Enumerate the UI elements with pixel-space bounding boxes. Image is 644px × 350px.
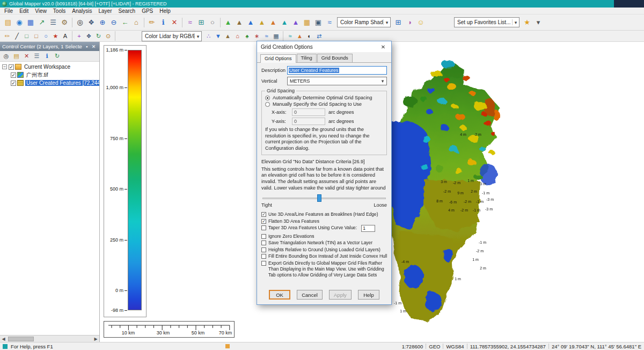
rotate-feature-icon[interactable]: ↻ <box>94 32 103 41</box>
checkbox-heights-relative-to-ground[interactable]: Heights Relative to Ground (Using Loaded… <box>261 247 387 252</box>
menu-gps[interactable]: GPS <box>138 8 156 14</box>
zoom-out-icon[interactable]: ⊖ <box>108 17 119 28</box>
layer-row[interactable]: Current Workspace <box>0 63 99 71</box>
configuration-icon[interactable]: ⚙ <box>59 17 70 28</box>
tab-grid-bounds[interactable]: Grid Bounds <box>317 54 353 62</box>
edit-tool-icon[interactable]: ✏ <box>3 32 12 41</box>
checkbox-icon[interactable] <box>261 212 266 217</box>
create-point-icon[interactable]: ★ <box>51 32 60 41</box>
map-layout-icon[interactable]: ⊞ <box>393 17 404 28</box>
layer-checkbox[interactable] <box>11 81 16 86</box>
control-center-icon[interactable]: ☰ <box>48 17 58 28</box>
move-feature-icon[interactable]: ❖ <box>84 32 93 41</box>
lidar-profile-icon[interactable]: ≈ <box>262 32 271 41</box>
create-line-icon[interactable]: ╱ <box>12 32 21 41</box>
watershed-icon[interactable]: ▲ <box>279 17 290 28</box>
zoom-tool-icon[interactable]: ◎ <box>75 17 85 28</box>
create-rectangle-icon[interactable]: □ <box>32 32 41 41</box>
lidar-vegetation-classify-icon[interactable]: ♠ <box>243 32 252 41</box>
checkbox-fill-entire-bounding-box[interactable]: Fill Entire Bounding Box Instead of Just… <box>261 253 387 259</box>
chevron-down-icon[interactable] <box>512 19 519 25</box>
description-input[interactable]: User Created Features <box>287 66 387 75</box>
view-shed-icon[interactable]: ▲ <box>268 17 279 28</box>
zoom-to-layer-icon[interactable]: ◎ <box>2 52 11 61</box>
layer-checkbox[interactable] <box>9 64 14 70</box>
checkbox-flatten-3d-area-features[interactable]: Flatten 3D Area Features <box>261 218 387 224</box>
path-profile-icon[interactable]: ≈ <box>286 32 295 41</box>
palette-icon[interactable]: ◑ <box>404 17 415 28</box>
menu-help[interactable]: Help <box>156 8 174 14</box>
delete-feature-icon[interactable]: ✕ <box>169 17 180 28</box>
x-axis-input[interactable]: 0 <box>292 108 325 116</box>
tab-tiling[interactable]: Tiling <box>297 54 317 62</box>
help-button[interactable]: Help <box>358 290 379 300</box>
open-file-icon[interactable]: ▤ <box>3 17 13 28</box>
menu-edit[interactable]: Edit <box>16 8 32 14</box>
menu-file[interactable]: File <box>1 8 16 14</box>
contour-generation-icon[interactable]: ▲ <box>257 17 267 28</box>
feature-info-icon[interactable]: ℹ <box>158 17 169 28</box>
close-icon[interactable]: ✕ <box>90 44 97 49</box>
favorites-dropdown-icon[interactable]: ▾ <box>533 17 544 28</box>
slider-thumb[interactable] <box>317 194 321 202</box>
shader-combo[interactable]: Color Ramp Shader <box>337 17 391 27</box>
checkbox-export-grids-directly-to[interactable]: Export Grids Directly to Global Mapper G… <box>261 260 387 278</box>
scroll-thumb[interactable] <box>8 337 34 341</box>
3d-view-icon[interactable]: ▣ <box>313 17 324 28</box>
lidar-combo[interactable]: Color Lidar by RGB/Elev <box>142 31 202 41</box>
lidar-color-icon[interactable]: ∴ <box>204 32 213 41</box>
menu-tools[interactable]: Tools <box>50 8 69 14</box>
checkbox-use-3d-area-line[interactable]: Use 3D Area/Line Features as Breaklines … <box>261 212 387 217</box>
image-swipe-icon[interactable]: ◐ <box>305 32 314 41</box>
slider-track[interactable] <box>262 198 386 199</box>
checkbox-icon[interactable] <box>261 247 266 252</box>
pin-icon[interactable]: ▪ <box>83 44 90 49</box>
cancel-button[interactable]: Cancel <box>297 290 323 300</box>
checkbox-icon[interactable] <box>261 240 266 245</box>
favorites-combo[interactable]: Set up Favorites List... <box>454 17 519 27</box>
view-shed-icon[interactable]: ▲ <box>295 32 304 41</box>
checkbox-save-triangulation-network-tin[interactable]: Save Triangulation Network (TIN) as a Ve… <box>261 240 387 245</box>
layer-checkbox[interactable] <box>11 72 16 78</box>
radio-icon[interactable] <box>265 102 270 107</box>
chevron-down-icon[interactable] <box>383 19 390 25</box>
digitizer-tool-icon[interactable]: ✏ <box>147 17 157 28</box>
tab-grid-options[interactable]: Grid Options <box>260 54 296 63</box>
create-text-icon[interactable]: A <box>61 32 70 41</box>
snap-toggle-icon[interactable]: ⊙ <box>104 32 113 41</box>
chevron-down-icon[interactable] <box>379 78 386 84</box>
path-profile-icon[interactable]: ≈ <box>324 17 335 28</box>
curve-value-input[interactable]: 1 <box>361 225 375 232</box>
previous-view-icon[interactable]: ← <box>120 17 130 28</box>
checkbox-icon[interactable] <box>261 254 266 259</box>
scroll-left-icon[interactable]: ◀ <box>0 337 7 341</box>
checkbox-icon[interactable] <box>261 219 266 224</box>
dialog-title-bar[interactable]: Grid Creation Options ✕ <box>257 41 391 52</box>
export-icon[interactable]: ↗ <box>36 17 47 28</box>
nodata-distance-slider[interactable] <box>262 194 386 202</box>
checkbox-icon[interactable] <box>261 225 266 230</box>
face-shader-icon[interactable]: ☺ <box>415 17 426 28</box>
compare-layers-icon[interactable]: ⇄ <box>314 32 324 41</box>
refresh-icon[interactable]: ↻ <box>53 52 62 61</box>
checkbox-icon[interactable] <box>261 261 266 266</box>
lidar-toolbox-icon[interactable]: ▦ <box>272 32 281 41</box>
hill-shading-icon[interactable]: ▲ <box>234 17 245 28</box>
radio-icon[interactable] <box>265 96 270 100</box>
close-icon[interactable]: ✕ <box>379 44 387 50</box>
terrain-shader-icon[interactable]: ▲ <box>223 17 233 28</box>
create-area-icon[interactable]: □ <box>22 32 31 41</box>
scroll-track[interactable] <box>7 336 92 342</box>
favorites-star-icon[interactable]: ★ <box>522 17 532 28</box>
pan-tool-icon[interactable]: ❖ <box>86 17 97 28</box>
close-layer-icon[interactable]: ✕ <box>22 52 31 61</box>
create-circle-icon[interactable]: ○ <box>41 32 50 41</box>
checkbox-taper-3d-area-features[interactable]: Taper 3D Area Features Using Curve Value… <box>261 225 387 232</box>
lidar-filter-icon[interactable]: ▼ <box>214 32 223 41</box>
ok-button[interactable]: OK <box>269 290 290 300</box>
layer-row[interactable]: 广州市.tif <box>0 71 99 79</box>
layer-label[interactable]: User Created Features [72,244 Features] <box>25 80 99 86</box>
lidar-noise-classify-icon[interactable]: ∗ <box>252 32 261 41</box>
metadata-icon[interactable]: ℹ <box>42 52 52 61</box>
layer-row[interactable]: User Created Features [72,244 Features] <box>0 79 99 87</box>
